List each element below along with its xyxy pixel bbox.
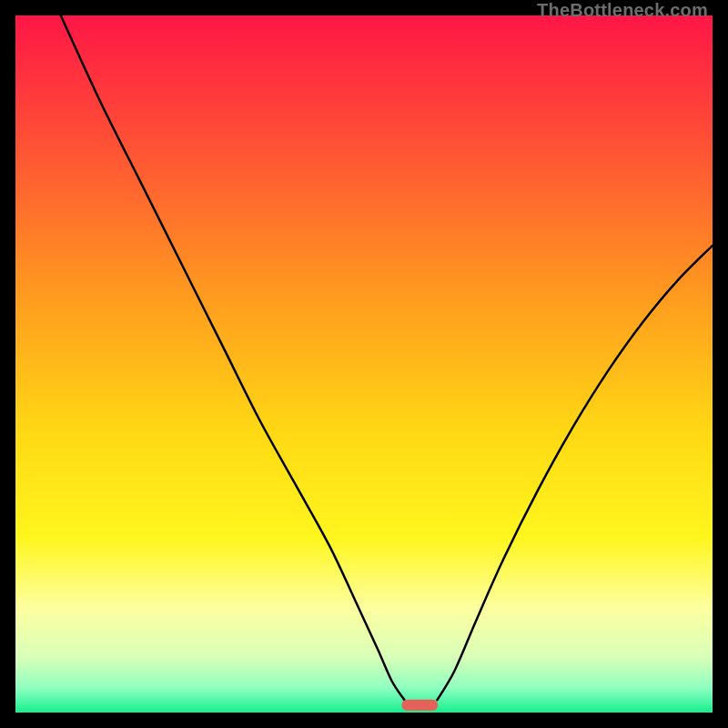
bottleneck-chart (15, 15, 713, 713)
watermark-text: TheBottleneck.com (537, 0, 708, 21)
chart-frame (15, 15, 713, 713)
gradient-background (15, 15, 713, 713)
notch-marker (401, 700, 438, 711)
